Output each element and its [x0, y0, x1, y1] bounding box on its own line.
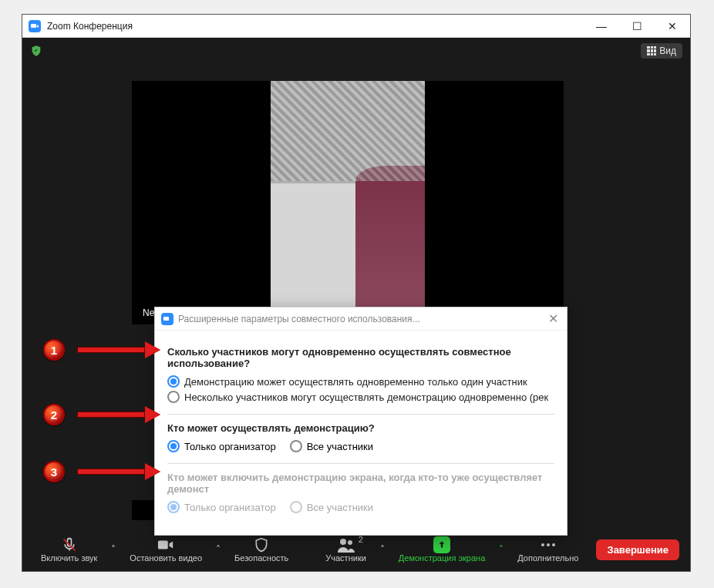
dialog-title-text: Расширенные параметры совместного исполь… — [178, 314, 545, 324]
svg-point-3 — [348, 540, 352, 545]
minimize-button[interactable]: ― — [584, 15, 619, 38]
dialog-section-2: Кто может осуществлять демонстрацию? Тол… — [167, 415, 554, 464]
participants-count: 2 — [359, 535, 363, 544]
video-tile-main: New Name — [132, 81, 564, 324]
audio-label: Включить звук — [41, 553, 97, 563]
window-title: Zoom Конференция — [47, 21, 584, 32]
audio-caret[interactable]: ˄ — [108, 544, 119, 555]
zoom-small-icon — [161, 313, 173, 325]
share-label: Демонстрация экрана — [399, 553, 485, 563]
video-caret[interactable]: ˄ — [213, 544, 224, 555]
participants-button[interactable]: 2 Участники — [318, 533, 374, 566]
titlebar: Zoom Конференция ― ☐ ✕ — [22, 15, 690, 38]
participants-caret[interactable]: ˄ — [377, 544, 388, 555]
close-button[interactable]: ✕ — [655, 15, 690, 38]
participants-label: Участники — [325, 553, 366, 563]
video-label: Остановить видео — [130, 553, 202, 563]
section3-opt1-label: Только организатор — [184, 502, 276, 513]
grid-icon — [647, 46, 656, 55]
section1-question: Сколько участников могут одновременно ос… — [167, 346, 554, 369]
svg-point-2 — [340, 539, 346, 545]
video-feed — [271, 81, 425, 324]
mic-off-icon — [62, 537, 77, 553]
section3-question: Кто может включить демонстрацию экрана, … — [167, 472, 554, 495]
advanced-sharing-dialog: Расширенные параметры совместного исполь… — [154, 307, 567, 536]
section1-opt2-label: Несколько участников могут осуществлять … — [184, 391, 548, 403]
dialog-section-1: Сколько участников могут одновременно ос… — [167, 338, 554, 415]
share-screen-button[interactable]: Демонстрация экрана — [391, 533, 493, 566]
more-label: Дополнительно — [517, 553, 578, 563]
participants-icon — [337, 537, 355, 553]
dialog-titlebar: Расширенные параметры совместного исполь… — [155, 307, 567, 331]
zoom-app-icon — [29, 20, 41, 32]
section2-radio-all[interactable] — [290, 440, 302, 452]
section2-question: Кто может осуществлять демонстрацию? — [167, 422, 554, 434]
dialog-section-3: Кто может включить демонстрацию экрана, … — [167, 464, 554, 524]
shield-icon — [254, 536, 269, 553]
svg-point-4 — [541, 543, 544, 546]
video-icon — [157, 538, 174, 552]
section2-opt1-label: Только организатор — [184, 441, 276, 452]
svg-point-6 — [552, 543, 555, 546]
video-button[interactable]: Остановить видео — [122, 533, 210, 566]
more-button[interactable]: Дополнительно — [510, 533, 586, 566]
end-meeting-button[interactable]: Завершение — [596, 539, 679, 560]
section1-radio-one[interactable] — [167, 375, 180, 388]
audio-button[interactable]: Включить звук — [33, 533, 105, 566]
section2-opt2-label: Все участники — [307, 441, 373, 452]
svg-rect-1 — [158, 541, 168, 549]
section1-opt1-label: Демонстрацию может осуществлять одноврем… — [184, 376, 527, 388]
security-button[interactable]: Безопасность — [227, 533, 296, 566]
meeting-topbar: Вид — [22, 38, 690, 64]
security-label: Безопасность — [234, 553, 288, 563]
section1-radio-many[interactable] — [167, 391, 180, 403]
maximize-button[interactable]: ☐ — [619, 15, 655, 38]
more-icon — [540, 542, 557, 548]
section2-radio-host[interactable] — [167, 440, 180, 452]
encryption-shield-icon[interactable] — [30, 44, 42, 58]
view-button[interactable]: Вид — [641, 43, 682, 59]
section3-radio-host — [167, 501, 180, 513]
svg-point-5 — [547, 543, 550, 546]
share-up-icon — [433, 536, 450, 553]
dialog-close-button[interactable]: ✕ — [545, 311, 561, 326]
section3-opt2-label: Все участники — [307, 502, 373, 513]
section3-radio-all — [290, 501, 302, 513]
share-caret[interactable]: ˄ — [496, 544, 507, 555]
view-label: Вид — [659, 45, 676, 56]
